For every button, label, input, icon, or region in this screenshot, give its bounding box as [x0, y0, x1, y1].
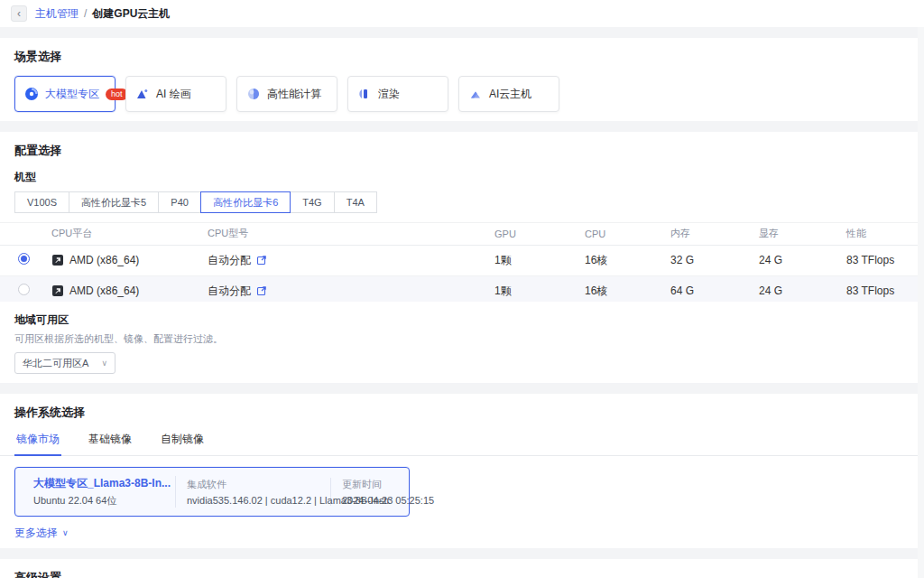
more-images-link[interactable]: 更多选择 ∨ — [14, 526, 69, 541]
vram-value: 24 G — [759, 254, 782, 266]
cpu-platform-value: AMD (x86_64) — [69, 254, 139, 266]
scenario-card-list: 大模型专区 hot AI 绘画 高性能计算 渲染 — [14, 76, 910, 112]
spec-table-header-row: CPU平台 CPU型号 GPU CPU 内存 显存 性能 — [0, 223, 924, 245]
section-divider — [0, 121, 924, 132]
scenario-title: 场景选择 — [14, 49, 910, 65]
tab-custom-image[interactable]: 自制镜像 — [159, 430, 206, 455]
section-divider — [0, 383, 924, 394]
config-title: 配置选择 — [14, 143, 910, 159]
memory-value: 32 G — [670, 254, 694, 266]
page-title: 创建GPU云主机 — [92, 6, 170, 22]
spec-table: CPU平台 CPU型号 GPU CPU 内存 显存 性能 — [0, 223, 924, 302]
col-performance: 性能 — [846, 223, 924, 245]
table-row[interactable]: AMD (x86_64) 自动分配 1颗 — [0, 275, 924, 302]
image-card-software: 集成软件 nvidia535.146.02 | cuda12.2 | Llama… — [176, 478, 331, 506]
scenario-section: 场景选择 大模型专区 hot AI 绘画 高性能计算 — [0, 38, 924, 121]
performance-value: 83 TFlops — [846, 254, 894, 266]
section-divider — [0, 548, 924, 559]
scenario-card-label: 大模型专区 — [45, 87, 99, 102]
hot-badge: hot — [106, 89, 128, 100]
zone-label: 地域可用区 — [14, 312, 910, 328]
machine-type-p40[interactable]: P40 — [158, 191, 201, 213]
spec-table-wrap: CPU平台 CPU型号 GPU CPU 内存 显存 性能 — [0, 222, 924, 302]
back-button[interactable]: ‹ — [11, 5, 27, 22]
back-icon: ‹ — [17, 7, 21, 20]
render-icon — [357, 87, 372, 101]
col-cpu: CPU — [585, 223, 670, 245]
col-cpu-platform: CPU平台 — [51, 223, 208, 245]
updated-value: 2024-04-23 05:25:15 — [342, 495, 434, 506]
scrollbar-gutter[interactable] — [918, 27, 924, 578]
col-memory: 内存 — [670, 223, 759, 245]
table-row[interactable]: AMD (x86_64) 自动分配 1颗 — [0, 245, 924, 275]
col-vram: 显存 — [759, 223, 846, 245]
machine-type-t4g[interactable]: T4G — [290, 191, 334, 213]
external-link-icon[interactable] — [256, 285, 267, 296]
tab-image-market[interactable]: 镜像市场 — [14, 430, 61, 456]
external-link-icon[interactable] — [256, 255, 267, 266]
amd-logo-icon — [51, 284, 64, 297]
llm-sphere-icon — [24, 87, 39, 101]
scenario-card-llm[interactable]: 大模型专区 hot — [14, 76, 116, 112]
zone-select[interactable]: 华北二可用区A ∨ — [14, 352, 116, 374]
scenario-card-label: AI 绘画 — [156, 87, 191, 102]
cpu-model-value: 自动分配 — [208, 253, 251, 268]
vram-value: 24 G — [759, 284, 782, 297]
software-value: nvidia535.146.02 | cuda12.2 | Llama3-8B-… — [187, 495, 319, 506]
machine-type-v100s[interactable]: V100S — [14, 191, 69, 213]
advanced-title: 高级设置 — [14, 570, 910, 578]
image-card-updated: 更新时间 2024-04-23 05:25:15 — [331, 478, 445, 506]
image-name: 大模型专区_Llama3-8B-In... — [33, 476, 171, 491]
cpu-value: 16核 — [585, 284, 607, 297]
col-cpu-model: CPU型号 — [208, 223, 494, 245]
breadcrumb: 主机管理 / 创建GPU云主机 — [35, 6, 170, 22]
row-radio[interactable] — [18, 253, 30, 265]
image-os-version: Ubuntu 22.04 64位 — [33, 494, 171, 508]
col-gpu: GPU — [494, 223, 585, 245]
mountain-icon — [135, 87, 150, 101]
scenario-card-render[interactable]: 渲染 — [347, 76, 448, 112]
scenario-card-label: 渲染 — [378, 87, 400, 102]
updated-label: 更新时间 — [342, 478, 434, 491]
triangle-icon — [468, 87, 483, 101]
machine-type-gpu5[interactable]: 高性价比显卡5 — [69, 191, 159, 213]
zone-selected-option: 华北二可用区A — [23, 357, 88, 370]
amd-logo-icon — [51, 254, 64, 266]
machine-type-t4a[interactable]: T4A — [334, 191, 377, 213]
radio-column-header — [0, 223, 51, 245]
zone-hint: 可用区根据所选的机型、镜像、配置进行过滤。 — [14, 332, 910, 346]
cpu-platform-value: AMD (x86_64) — [69, 284, 139, 297]
os-tab-bar: 镜像市场 基础镜像 自制镜像 — [0, 430, 924, 456]
cpu-value: 16核 — [585, 254, 607, 266]
machine-type-group: V100S 高性价比显卡5 P40 高性价比显卡6 T4G T4A — [14, 191, 910, 213]
machine-type-gpu6[interactable]: 高性价比显卡6 — [200, 191, 291, 213]
software-label: 集成软件 — [187, 478, 319, 491]
section-divider — [0, 27, 924, 38]
top-bar: ‹ 主机管理 / 创建GPU云主机 — [0, 0, 924, 27]
performance-value: 83 TFlops — [846, 284, 894, 297]
chevron-down-icon: ∨ — [101, 359, 107, 368]
config-section: 配置选择 机型 V100S 高性价比显卡5 P40 高性价比显卡6 T4G T4… — [0, 132, 924, 383]
memory-value: 64 G — [670, 284, 694, 297]
chevron-down-icon: ∨ — [62, 529, 69, 537]
scenario-card-label: 高性能计算 — [267, 87, 321, 102]
row-radio[interactable] — [18, 284, 30, 295]
scenario-card-label: AI云主机 — [489, 87, 531, 102]
breadcrumb-separator: / — [84, 7, 87, 20]
tab-base-image[interactable]: 基础镜像 — [87, 430, 134, 455]
more-images-label: 更多选择 — [14, 526, 58, 541]
gpu-value: 1颗 — [494, 254, 512, 266]
gpu-value: 1颗 — [494, 284, 512, 297]
breadcrumb-host-management[interactable]: 主机管理 — [35, 6, 79, 22]
scenario-card-ai-paint[interactable]: AI 绘画 — [125, 76, 226, 112]
scenario-card-ai-host[interactable]: AI云主机 — [458, 76, 559, 112]
os-section: 操作系统选择 镜像市场 基础镜像 自制镜像 大模型专区_Llama3-8B-In… — [0, 394, 924, 548]
image-card-main: 大模型专区_Llama3-8B-In... Ubuntu 22.04 64位 — [15, 476, 176, 508]
machine-type-label: 机型 — [14, 170, 910, 185]
sphere-icon — [246, 87, 261, 101]
image-card[interactable]: 大模型专区_Llama3-8B-In... Ubuntu 22.04 64位 集… — [14, 467, 410, 517]
advanced-section: 高级设置 网络增强、热升级、虚拟网络， 全部展开 ∨ — [0, 559, 924, 578]
scenario-card-hpc[interactable]: 高性能计算 — [236, 76, 337, 112]
os-title: 操作系统选择 — [14, 405, 910, 421]
cpu-model-value: 自动分配 — [208, 284, 251, 299]
